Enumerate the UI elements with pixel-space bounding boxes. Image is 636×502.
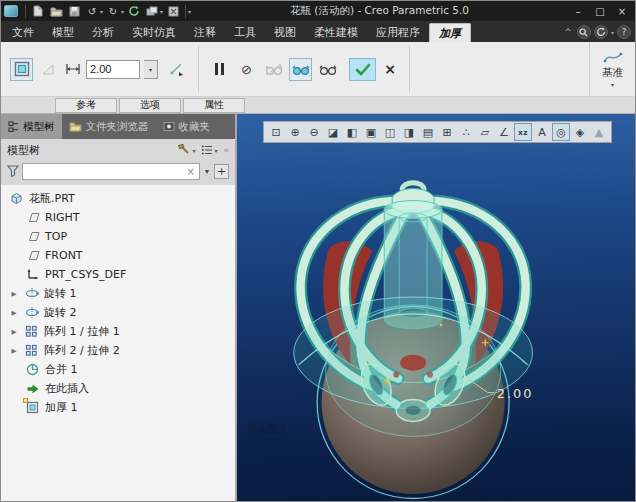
tab-tools[interactable]: 工具 — [225, 23, 265, 42]
tree-label: 在此插入 — [45, 381, 89, 396]
save-button[interactable] — [66, 4, 82, 19]
glasses-filled-icon — [292, 63, 310, 76]
tree-filter-row: × ▾ + — [1, 161, 235, 185]
tab-model-tree[interactable]: 模型树 — [1, 114, 62, 139]
tree-row-revolve-1[interactable]: ▶ 旋转 1 — [1, 284, 235, 303]
expander-icon[interactable]: ▶ — [9, 309, 19, 317]
close-window-button[interactable] — [165, 4, 181, 19]
tree-label: 加厚 1 — [45, 400, 78, 415]
tab-flexible-modeling[interactable]: 柔性建模 — [305, 23, 367, 42]
no-preview-button[interactable]: ⊘ — [235, 58, 258, 81]
subtab-properties[interactable]: 属性 — [183, 98, 245, 113]
regenerate-button[interactable] — [126, 4, 142, 19]
tab-annotate[interactable]: 注释 — [185, 23, 225, 42]
tree-row-pattern-2[interactable]: ▶ 阵列 2 / 拉伸 2 — [1, 341, 235, 360]
expander-icon[interactable]: ▶ — [9, 347, 19, 355]
datum-group[interactable]: 基准 ▾ — [589, 42, 635, 96]
subtab-options[interactable]: 选项 — [119, 98, 181, 113]
divider — [25, 5, 26, 18]
show-list-icon — [201, 144, 213, 156]
filter-icon — [7, 165, 19, 177]
tree-row-front-plane[interactable]: FRONT — [1, 246, 235, 265]
tab-analysis[interactable]: 分析 — [83, 23, 123, 42]
clear-search-icon[interactable]: × — [185, 166, 197, 177]
folder-browser-icon — [69, 121, 82, 132]
remove-material-button[interactable] — [37, 58, 60, 81]
tree-search-input[interactable]: × — [22, 163, 200, 180]
tab-label: 模型树 — [23, 120, 55, 134]
connect-button[interactable] — [594, 25, 608, 39]
close-button[interactable]: × — [612, 4, 632, 19]
command-search-button[interactable] — [577, 25, 591, 39]
tree-row-pattern-1[interactable]: ▶ 阵列 1 / 拉伸 1 — [1, 322, 235, 341]
new-file-button[interactable] — [30, 4, 46, 19]
tree-show-dropdown[interactable]: ▾ — [214, 147, 217, 154]
cancel-button[interactable]: × — [380, 58, 400, 81]
remove-material-icon — [41, 63, 56, 76]
tree-label: 阵列 1 / 拉伸 1 — [44, 324, 120, 339]
tree-settings-button[interactable]: ▾ — [178, 144, 195, 157]
tree-row-part[interactable]: 花瓶.PRT — [1, 189, 235, 208]
ribbon-tab-bar: 文件 模型 分析 实时仿真 注释 工具 视图 柔性建模 应用程序 加厚 ^ ▾ … — [1, 21, 635, 42]
connect-dropdown[interactable]: ▾ — [611, 29, 614, 36]
tab-view[interactable]: 视图 — [265, 23, 305, 42]
collapse-panel-button[interactable]: « — [223, 145, 229, 155]
expander-icon[interactable]: ▶ — [9, 328, 19, 336]
expand-all-button[interactable]: + — [214, 164, 229, 179]
tab-file[interactable]: 文件 — [3, 23, 43, 42]
tree-label: 旋转 2 — [44, 305, 77, 320]
windows-dropdown[interactable]: ▾ — [160, 8, 163, 15]
tree-row-top-plane[interactable]: TOP — [1, 227, 235, 246]
vase-model: 2.00 — [237, 114, 635, 501]
thicken-solid-button[interactable] — [10, 58, 33, 81]
verify-button[interactable] — [316, 58, 339, 81]
thickness-dropdown[interactable]: ▾ — [144, 60, 158, 79]
open-folder-icon — [50, 6, 63, 17]
pause-button[interactable] — [208, 58, 231, 81]
thicken-feature-icon — [25, 401, 40, 415]
tree-row-insert-here[interactable]: 在此插入 — [1, 379, 235, 398]
tab-thicken-active[interactable]: 加厚 — [429, 23, 471, 42]
tree-row-csys[interactable]: PRT_CSYS_DEF — [1, 265, 235, 284]
expander-icon[interactable]: ▶ — [9, 290, 19, 298]
regenerate-flag-icon — [23, 398, 28, 403]
datum-dropdown[interactable]: ▾ — [611, 81, 614, 88]
redo-dropdown[interactable]: ▾ — [121, 8, 124, 15]
regenerate-icon — [128, 5, 140, 17]
tree-row-right-plane[interactable]: RIGHT — [1, 208, 235, 227]
tab-model[interactable]: 模型 — [43, 23, 83, 42]
tree-row-merge[interactable]: 合并 1 — [1, 360, 235, 379]
dimension-value[interactable]: 2.00 — [497, 386, 534, 401]
subtab-references[interactable]: 参考 — [55, 98, 117, 113]
thicken-dashboard: ▾ ⊘ × 基准 ▾ — [1, 42, 635, 96]
tree-row-thicken[interactable]: 加厚 1 — [1, 398, 235, 417]
help-button[interactable]: ? — [617, 25, 631, 39]
undo-dropdown[interactable]: ▾ — [100, 8, 103, 15]
tree-show-button[interactable]: ▾ — [201, 144, 217, 156]
thickness-input[interactable] — [86, 60, 140, 79]
graphics-viewport[interactable]: ⊡ ⊕ ⊖ ◪ ◧ ▣ ◫ ◨ ▤ ⊞ ∴ ▱ ∠ xz A ◎ ◈ ▲ — [237, 114, 635, 501]
windows-button[interactable] — [144, 4, 160, 19]
undo-button[interactable]: ↺ — [84, 4, 100, 19]
part-icon — [9, 192, 24, 206]
open-file-button[interactable] — [48, 4, 64, 19]
csys-icon — [25, 268, 40, 282]
minimize-button[interactable]: – — [568, 4, 588, 19]
tab-applications[interactable]: 应用程序 — [367, 23, 429, 42]
search-options-dropdown[interactable]: ▾ — [203, 167, 211, 176]
tab-folder-browser[interactable]: 文件夹浏览器 — [62, 114, 156, 139]
flip-direction-button[interactable] — [166, 58, 189, 81]
confirm-button[interactable] — [349, 58, 376, 81]
maximize-button[interactable]: □ — [590, 4, 610, 19]
tree-settings-dropdown[interactable]: ▾ — [192, 147, 195, 154]
tab-favorites[interactable]: 收藏夹 — [156, 114, 218, 139]
sync-icon — [596, 27, 606, 37]
redo-button[interactable]: ↻ — [105, 4, 121, 19]
tab-live-simulation[interactable]: 实时仿真 — [123, 23, 185, 42]
unattached-preview-button[interactable] — [262, 58, 285, 81]
customize-qat-dropdown[interactable]: ▾ — [188, 8, 191, 15]
windows-icon — [146, 6, 158, 17]
attached-preview-button[interactable] — [289, 58, 312, 81]
tree-row-revolve-2[interactable]: ▶ 旋转 2 — [1, 303, 235, 322]
collapse-ribbon-button[interactable]: ^ — [562, 27, 574, 37]
